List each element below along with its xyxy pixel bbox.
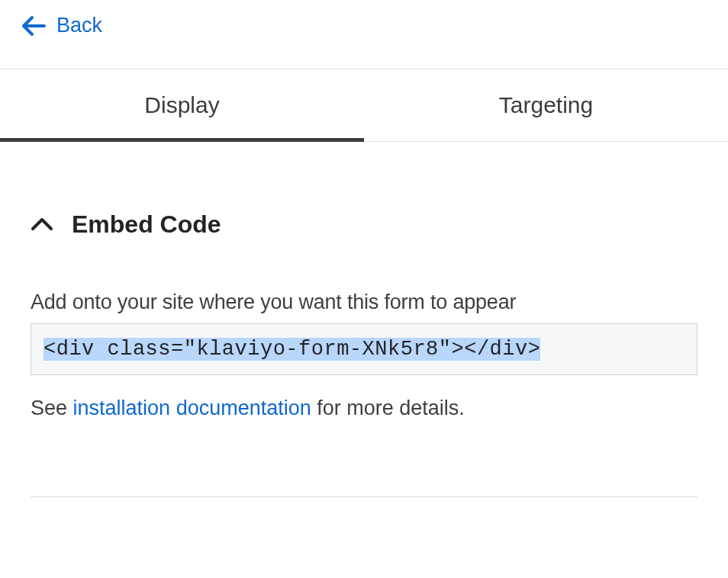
help-line: See installation documentation for more …	[31, 397, 697, 420]
embed-instruction: Add onto your site where you want this f…	[31, 291, 697, 314]
back-link[interactable]: Back	[21, 14, 102, 37]
tab-targeting-label: Targeting	[499, 92, 593, 117]
back-label: Back	[56, 14, 102, 37]
arrow-left-icon	[21, 15, 46, 37]
embed-code-text: <div class="klaviyo-form-XNk5r8"></div>	[43, 338, 540, 361]
chevron-up-icon[interactable]	[31, 217, 53, 231]
section-title: Embed Code	[72, 210, 221, 239]
content: Embed Code Add onto your site where you …	[0, 142, 728, 528]
tabs: Display Targeting	[0, 69, 728, 142]
tab-display[interactable]: Display	[0, 69, 364, 141]
tab-display-label: Display	[144, 92, 219, 117]
section-header: Embed Code	[31, 210, 697, 239]
header: Back	[0, 0, 728, 69]
tab-targeting[interactable]: Targeting	[364, 69, 728, 141]
installation-docs-link[interactable]: installation documentation	[73, 397, 311, 419]
help-suffix: for more details.	[311, 397, 465, 419]
section-divider	[31, 496, 697, 497]
embed-code-box[interactable]: <div class="klaviyo-form-XNk5r8"></div>	[31, 323, 697, 375]
help-prefix: See	[31, 397, 73, 419]
